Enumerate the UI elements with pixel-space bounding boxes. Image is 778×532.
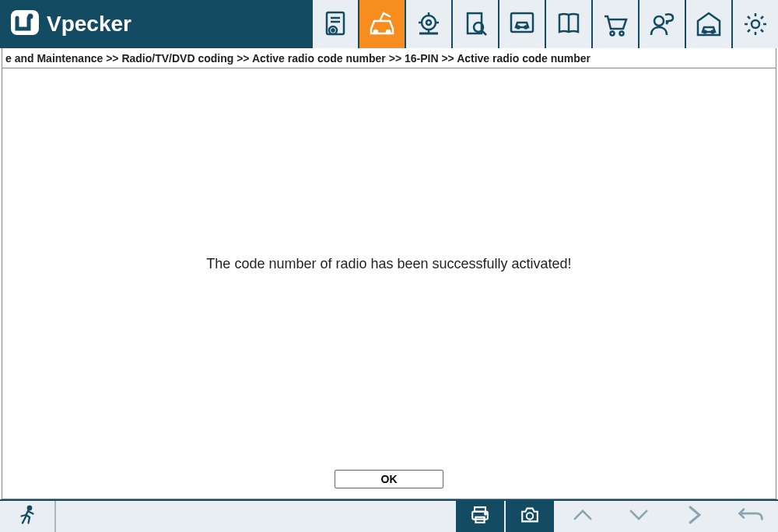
- content-area: The code number of radio has been succes…: [2, 68, 776, 467]
- header-bar: Vpecker: [0, 0, 778, 48]
- toolbar: [311, 0, 778, 48]
- svg-point-10: [426, 20, 431, 25]
- svg-point-8: [387, 30, 390, 33]
- svg-point-18: [620, 32, 624, 36]
- button-row: OK: [2, 467, 776, 499]
- svg-point-27: [485, 513, 486, 515]
- footer-actions: [454, 501, 778, 532]
- breadcrumb-text: e and Maintenance >> Radio/TV/DVD coding…: [5, 52, 591, 65]
- svg-point-9: [422, 16, 436, 30]
- tool-settings[interactable]: [731, 0, 778, 48]
- svg-point-22: [752, 20, 759, 28]
- tool-manual[interactable]: [545, 0, 591, 48]
- ok-button[interactable]: OK: [335, 470, 443, 488]
- breadcrumb: e and Maintenance >> Radio/TV/DVD coding…: [2, 48, 776, 68]
- screenshot-button[interactable]: [504, 501, 554, 532]
- tool-garage[interactable]: [685, 0, 731, 48]
- tool-shop[interactable]: [591, 0, 638, 48]
- nav-up-button[interactable]: [554, 501, 610, 532]
- running-person-icon: [16, 503, 39, 530]
- svg-point-5: [329, 26, 337, 34]
- svg-rect-0: [11, 10, 39, 35]
- footer-bar: [0, 499, 778, 532]
- logo-icon: [9, 7, 40, 41]
- chevron-up-icon: [569, 506, 596, 527]
- exit-button[interactable]: [0, 501, 56, 532]
- tool-car-diagnostics[interactable]: [358, 0, 405, 48]
- svg-point-17: [611, 32, 615, 36]
- camera-icon: [518, 504, 541, 529]
- svg-point-6: [332, 30, 335, 32]
- svg-point-28: [527, 513, 533, 519]
- content-panel: The code number of radio has been succes…: [2, 68, 776, 499]
- tool-document[interactable]: [311, 0, 358, 48]
- nav-back-button[interactable]: [722, 501, 778, 532]
- tool-screen-car[interactable]: [498, 0, 545, 48]
- tool-support-chat[interactable]: [638, 0, 685, 48]
- print-button[interactable]: [454, 501, 504, 532]
- printer-icon: [468, 504, 492, 529]
- svg-point-19: [654, 16, 664, 26]
- svg-point-7: [374, 30, 377, 33]
- back-arrow-icon: [737, 504, 765, 529]
- logo-area: Vpecker: [0, 0, 265, 48]
- tool-engine-service[interactable]: [405, 0, 451, 48]
- footer-spacer: [56, 501, 454, 532]
- app-name: Vpecker: [47, 12, 131, 37]
- chevron-down-icon: [626, 506, 652, 527]
- status-message: The code number of radio has been succes…: [206, 256, 571, 272]
- nav-confirm-button[interactable]: [666, 501, 722, 532]
- svg-point-23: [28, 506, 32, 510]
- tool-lookup[interactable]: [451, 0, 498, 48]
- chevron-right-icon: [684, 504, 706, 529]
- nav-down-button[interactable]: [610, 501, 666, 532]
- svg-point-1: [28, 14, 33, 19]
